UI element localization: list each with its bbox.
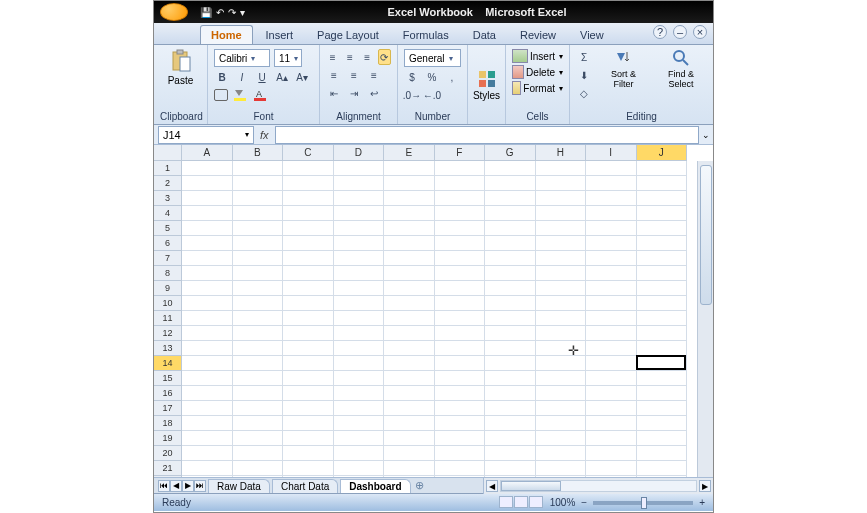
row-header-7[interactable]: 7	[154, 251, 182, 266]
comma-icon[interactable]: ,	[444, 69, 460, 85]
cell[interactable]	[182, 206, 233, 221]
cell[interactable]	[485, 161, 536, 176]
border-icon[interactable]	[214, 89, 228, 101]
cell[interactable]	[233, 401, 284, 416]
cell[interactable]	[384, 401, 435, 416]
cell[interactable]	[637, 401, 688, 416]
cell[interactable]	[637, 221, 688, 236]
cell[interactable]	[637, 386, 688, 401]
row-header-12[interactable]: 12	[154, 326, 182, 341]
cell[interactable]	[536, 326, 587, 341]
decrease-decimal-icon[interactable]: ←.0	[424, 87, 440, 103]
cell[interactable]	[283, 341, 334, 356]
cell[interactable]	[586, 341, 637, 356]
align-top-icon[interactable]: ≡	[326, 49, 339, 65]
cell[interactable]	[182, 191, 233, 206]
cell[interactable]	[485, 206, 536, 221]
cell[interactable]	[536, 161, 587, 176]
row-header-8[interactable]: 8	[154, 266, 182, 281]
office-button[interactable]	[160, 3, 188, 21]
sheet-tab-raw-data[interactable]: Raw Data	[208, 479, 270, 493]
row-header-6[interactable]: 6	[154, 236, 182, 251]
cell[interactable]	[283, 401, 334, 416]
cell[interactable]	[435, 266, 486, 281]
cell[interactable]	[536, 191, 587, 206]
zoom-in-icon[interactable]: +	[699, 497, 705, 508]
row-header-16[interactable]: 16	[154, 386, 182, 401]
cell[interactable]	[586, 386, 637, 401]
underline-button[interactable]: U	[254, 69, 270, 85]
cell[interactable]	[586, 311, 637, 326]
cell[interactable]	[182, 356, 233, 371]
cell[interactable]	[586, 401, 637, 416]
cell[interactable]	[334, 341, 385, 356]
paste-button[interactable]: Paste	[160, 49, 201, 86]
cell[interactable]	[485, 191, 536, 206]
cell[interactable]	[637, 431, 688, 446]
cell[interactable]	[637, 236, 688, 251]
cell[interactable]	[334, 311, 385, 326]
cells-area[interactable]	[182, 161, 687, 477]
tab-formulas[interactable]: Formulas	[392, 25, 460, 44]
font-color-icon[interactable]: A	[252, 87, 268, 103]
cell[interactable]	[435, 416, 486, 431]
cell[interactable]	[536, 296, 587, 311]
fill-icon[interactable]: ⬇	[576, 67, 592, 83]
cell[interactable]	[182, 296, 233, 311]
number-format-combo[interactable]: General	[404, 49, 461, 67]
cell[interactable]	[283, 221, 334, 236]
hscroll-thumb[interactable]	[501, 481, 561, 491]
cell[interactable]	[435, 461, 486, 476]
cell[interactable]	[233, 416, 284, 431]
cell[interactable]	[334, 431, 385, 446]
cell[interactable]	[334, 296, 385, 311]
cell[interactable]	[586, 296, 637, 311]
cell[interactable]	[435, 341, 486, 356]
cell[interactable]	[182, 431, 233, 446]
cell[interactable]	[182, 266, 233, 281]
cell[interactable]	[283, 251, 334, 266]
row-header-9[interactable]: 9	[154, 281, 182, 296]
cell[interactable]	[283, 386, 334, 401]
cell[interactable]	[637, 446, 688, 461]
cell[interactable]	[485, 461, 536, 476]
grow-font-icon[interactable]: A▴	[274, 69, 290, 85]
tab-view[interactable]: View	[569, 25, 615, 44]
cell[interactable]	[384, 266, 435, 281]
insert-cells-button[interactable]: Insert	[512, 49, 563, 63]
column-header-B[interactable]: B	[233, 145, 284, 161]
align-right-icon[interactable]: ≡	[366, 67, 382, 83]
cell[interactable]	[485, 311, 536, 326]
cell[interactable]	[536, 341, 587, 356]
tab-home[interactable]: Home	[200, 25, 253, 44]
increase-indent-icon[interactable]: ⇥	[346, 85, 362, 101]
increase-decimal-icon[interactable]: .0→	[404, 87, 420, 103]
cell[interactable]	[384, 296, 435, 311]
cell[interactable]	[182, 386, 233, 401]
minimize-icon[interactable]: –	[673, 25, 687, 39]
cell[interactable]	[233, 371, 284, 386]
column-header-D[interactable]: D	[334, 145, 385, 161]
orientation-icon[interactable]: ⟳	[378, 49, 391, 65]
hscroll-track[interactable]	[500, 480, 697, 492]
cell[interactable]	[485, 401, 536, 416]
cell[interactable]	[384, 161, 435, 176]
hscroll-right-icon[interactable]: ▶	[699, 480, 711, 492]
cell[interactable]	[233, 356, 284, 371]
vertical-scroll-thumb[interactable]	[700, 165, 712, 305]
zoom-slider[interactable]	[593, 501, 693, 505]
cell[interactable]	[334, 266, 385, 281]
cell[interactable]	[637, 296, 688, 311]
cell[interactable]	[536, 206, 587, 221]
cell[interactable]	[435, 371, 486, 386]
cell[interactable]	[485, 416, 536, 431]
font-name-combo[interactable]: Calibri	[214, 49, 270, 67]
cell[interactable]	[435, 221, 486, 236]
cell[interactable]	[384, 446, 435, 461]
cell[interactable]	[485, 281, 536, 296]
cell[interactable]	[334, 176, 385, 191]
cell[interactable]	[334, 401, 385, 416]
percent-icon[interactable]: %	[424, 69, 440, 85]
cell-selection[interactable]	[636, 355, 687, 370]
cell[interactable]	[485, 296, 536, 311]
